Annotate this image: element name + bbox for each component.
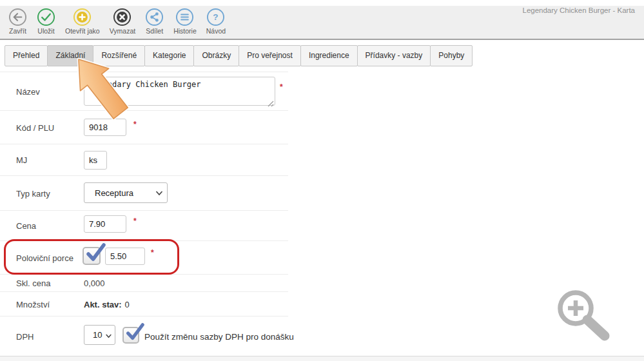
page-title: Legendary Chicken Burger - Karta xyxy=(522,6,635,14)
toolbar-button-label: Návod xyxy=(206,27,226,35)
zoom-in-icon xyxy=(551,284,616,345)
history-lines-icon xyxy=(175,8,194,26)
share-button[interactable]: Sdílet xyxy=(145,6,164,35)
app-window: Zavřít Uložit Otevřít jako xyxy=(0,0,644,361)
skl-cena-value: 0,000 xyxy=(84,278,105,288)
dph-donaska-checkbox[interactable] xyxy=(122,327,139,344)
polovicni-porce-input[interactable] xyxy=(105,248,145,265)
checkmark-icon xyxy=(124,322,145,343)
plus-circle-icon xyxy=(73,8,92,26)
required-asterisk: * xyxy=(133,120,137,129)
toolbar-button-label: Zavřít xyxy=(9,27,26,35)
polovicni-porce-checkbox[interactable] xyxy=(83,247,101,265)
akt-stav-label: Akt. stav: xyxy=(84,299,122,309)
field-label-dph: DPH xyxy=(16,331,34,341)
field-label-mj: MJ xyxy=(16,155,27,165)
cena-input[interactable] xyxy=(84,215,126,233)
chevron-down-icon xyxy=(156,188,162,198)
row-typ-karty: Typ karty Receptura xyxy=(0,176,288,211)
field-label-polovicni-porce: Poloviční porce xyxy=(16,253,73,262)
typ-karty-selected-value: Receptura xyxy=(95,188,133,198)
tab-pro-verejnost[interactable]: Pro veřejnost xyxy=(239,45,301,66)
tab-bar: Přehled Základní Rozšířené Kategorie Obr… xyxy=(5,45,472,66)
row-kod-plu: Kód / PLU * xyxy=(0,111,288,144)
field-label-cena: Cena xyxy=(16,221,36,231)
required-asterisk: * xyxy=(133,217,137,226)
tab-pohyby[interactable]: Pohyby xyxy=(430,45,473,66)
row-nazev: Název Legendary Chicken Burger * xyxy=(0,72,288,111)
required-asterisk: * xyxy=(151,248,154,257)
required-asterisk: * xyxy=(280,83,283,92)
row-dph: DPH 10 Použít změnu sazby DPH pro donášk… xyxy=(0,317,288,356)
back-arrow-icon xyxy=(8,8,27,26)
dph-checkbox-label: Použít změnu sazby DPH pro donášku xyxy=(144,331,294,341)
tab-rozsirene[interactable]: Rozšířené xyxy=(93,45,145,66)
chevron-down-icon xyxy=(106,330,112,340)
toolbar-divider xyxy=(0,39,644,40)
open-as-button[interactable]: Otevřít jako xyxy=(65,6,100,35)
typ-karty-select[interactable]: Receptura xyxy=(84,182,168,203)
dph-selected-value: 10 xyxy=(93,330,102,340)
akt-stav: Akt. stav:0 xyxy=(84,299,130,309)
nazev-textarea[interactable]: Legendary Chicken Burger xyxy=(84,77,275,106)
field-label-kod-plu: Kód / PLU xyxy=(16,122,54,132)
row-skl-cena: Skl. cena 0,000 xyxy=(0,275,288,292)
panel-bottom-edge xyxy=(0,356,644,361)
toolbar-button-label: Otevřít jako xyxy=(65,27,100,35)
close-button[interactable]: Zavřít xyxy=(8,6,27,35)
akt-stav-value: 0 xyxy=(125,299,130,309)
row-mnozstvi: Množství Akt. stav:0 xyxy=(0,292,288,317)
check-icon xyxy=(37,8,55,26)
tab-prehled[interactable]: Přehled xyxy=(5,45,48,66)
delete-cross-icon xyxy=(113,8,132,26)
dph-select[interactable]: 10 xyxy=(84,325,115,345)
field-label-typ-karty: Typ karty xyxy=(16,188,50,198)
help-button[interactable]: ? Návod xyxy=(206,6,226,35)
toolbar-button-label: Historie xyxy=(173,27,197,35)
toolbar-button-label: Vymazat xyxy=(110,27,135,35)
checkmark-icon xyxy=(84,242,106,264)
tab-ingredience[interactable]: Ingredience xyxy=(300,45,358,66)
kod-plu-input[interactable] xyxy=(84,119,126,136)
row-polovicni-porce: Poloviční porce * xyxy=(0,241,288,275)
row-cena: Cena * xyxy=(0,211,288,241)
toolbar-button-label: Uložit xyxy=(37,27,54,35)
toolbar-button-label: Sdílet xyxy=(146,27,163,35)
share-icon xyxy=(145,8,164,26)
tab-zakladni[interactable]: Základní xyxy=(47,45,93,66)
field-label-nazev: Název xyxy=(16,86,40,96)
field-label-skl-cena: Skl. cena xyxy=(16,278,50,288)
delete-button[interactable]: Vymazat xyxy=(110,6,135,35)
question-icon: ? xyxy=(206,8,225,26)
svg-text:?: ? xyxy=(213,12,219,22)
history-button[interactable]: Historie xyxy=(173,6,197,35)
mj-input[interactable] xyxy=(84,151,107,170)
tab-pridavky-vazby[interactable]: Přídavky - vazby xyxy=(357,45,431,66)
save-button[interactable]: Uložit xyxy=(37,6,55,35)
tab-kategorie[interactable]: Kategorie xyxy=(144,45,194,66)
row-mj: MJ xyxy=(0,144,288,176)
field-label-mnozstvi: Množství xyxy=(16,299,50,309)
tab-obrazky[interactable]: Obrázky xyxy=(193,45,239,66)
